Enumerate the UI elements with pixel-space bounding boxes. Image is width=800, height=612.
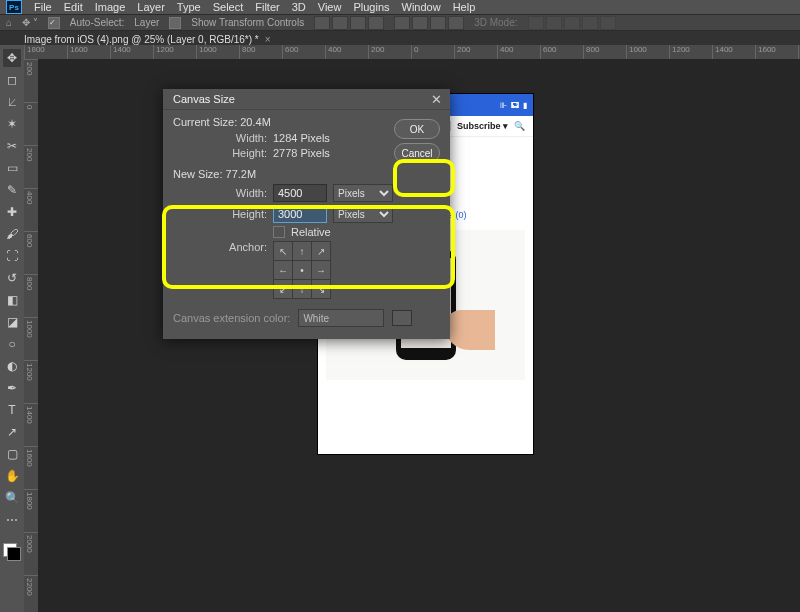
tool-history-brush[interactable]: ↺ bbox=[3, 269, 21, 287]
anchor-ne[interactable]: ↗ bbox=[312, 242, 330, 260]
mode-3d-icon bbox=[546, 16, 562, 30]
hand-graphic bbox=[445, 310, 495, 350]
tool-pen[interactable]: ✒ bbox=[3, 379, 21, 397]
tool-edit-toolbar[interactable]: ⋯ bbox=[3, 511, 21, 529]
align-icon[interactable] bbox=[314, 16, 330, 30]
background-color[interactable] bbox=[7, 547, 21, 561]
height-unit-select[interactable]: Pixels bbox=[333, 205, 393, 223]
tool-wand[interactable]: ✶ bbox=[3, 115, 21, 133]
anchor-center[interactable]: • bbox=[293, 261, 311, 279]
dialog-titlebar: Canvas Size ✕ bbox=[163, 89, 450, 110]
extension-color-swatch[interactable] bbox=[392, 310, 412, 326]
tool-move[interactable]: ✥ bbox=[3, 49, 21, 67]
anchor-nw[interactable]: ↖ bbox=[274, 242, 292, 260]
close-icon[interactable]: × bbox=[265, 34, 271, 45]
auto-select-checkbox[interactable] bbox=[48, 17, 60, 29]
relative-label: Relative bbox=[291, 226, 331, 238]
anchor-label: Anchor: bbox=[173, 241, 267, 253]
move-tool-icon: ✥ ˅ bbox=[22, 17, 38, 28]
tool-blur[interactable]: ○ bbox=[3, 335, 21, 353]
color-swatches[interactable] bbox=[3, 543, 21, 561]
align-icon[interactable] bbox=[332, 16, 348, 30]
show-transform-checkbox[interactable] bbox=[169, 17, 181, 29]
menu-3d[interactable]: 3D bbox=[292, 1, 306, 13]
battery-icon: ▮ bbox=[523, 101, 527, 110]
tool-dodge[interactable]: ◐ bbox=[3, 357, 21, 375]
auto-select-mode[interactable]: Layer bbox=[134, 17, 159, 28]
tool-frame[interactable]: ▭ bbox=[3, 159, 21, 177]
tool-type[interactable]: T bbox=[3, 401, 21, 419]
width-unit-select[interactable]: Pixels bbox=[333, 184, 393, 202]
anchor-sw[interactable]: ↙ bbox=[274, 280, 292, 298]
menu-edit[interactable]: Edit bbox=[64, 1, 83, 13]
mode-3d-group bbox=[528, 16, 616, 30]
signal-icon: ⊪ bbox=[500, 101, 507, 110]
menu-filter[interactable]: Filter bbox=[255, 1, 279, 13]
ruler-horizontal: 1800160014001200100080060040020002004006… bbox=[24, 45, 800, 60]
tool-marquee[interactable]: ◻ bbox=[3, 71, 21, 89]
mode-3d-icon bbox=[600, 16, 616, 30]
tool-brush[interactable]: 🖌 bbox=[3, 225, 21, 243]
tool-stamp[interactable]: ⛶ bbox=[3, 247, 21, 265]
tool-eraser[interactable]: ◧ bbox=[3, 291, 21, 309]
tool-crop[interactable]: ✂ bbox=[3, 137, 21, 155]
document-tab[interactable]: Image from iOS (4).png @ 25% (Layer 0, R… bbox=[24, 34, 271, 45]
mode-3d-icon bbox=[564, 16, 580, 30]
menu-image[interactable]: Image bbox=[95, 1, 126, 13]
new-width-input[interactable] bbox=[273, 184, 327, 202]
tab-title: Image from iOS (4).png @ 25% (Layer 0, R… bbox=[24, 34, 259, 45]
current-width-label: Width: bbox=[173, 132, 267, 144]
tool-hand[interactable]: ✋ bbox=[3, 467, 21, 485]
tool-zoom[interactable]: 🔍 bbox=[3, 489, 21, 507]
distribute-icon[interactable] bbox=[394, 16, 410, 30]
new-size-header: New Size: 77.2M bbox=[173, 168, 440, 180]
extension-color-select[interactable]: White bbox=[298, 309, 384, 327]
subscribe-link: Subscribe ▾ bbox=[457, 121, 508, 131]
close-icon[interactable]: ✕ bbox=[431, 92, 442, 107]
ok-button[interactable]: OK bbox=[394, 119, 440, 139]
menu-layer[interactable]: Layer bbox=[137, 1, 165, 13]
more-options-icon[interactable] bbox=[448, 16, 464, 30]
menu-view[interactable]: View bbox=[318, 1, 342, 13]
tool-gradient[interactable]: ◪ bbox=[3, 313, 21, 331]
anchor-s[interactable]: ↓ bbox=[293, 280, 311, 298]
align-icon[interactable] bbox=[350, 16, 366, 30]
anchor-w[interactable]: ← bbox=[274, 261, 292, 279]
search-icon: 🔍 bbox=[514, 121, 525, 131]
wifi-icon: ⛾ bbox=[511, 101, 519, 110]
ruler-vertical: 2000200400600800100012001400160018002000… bbox=[24, 59, 39, 612]
menu-window[interactable]: Window bbox=[402, 1, 441, 13]
tool-path[interactable]: ↗ bbox=[3, 423, 21, 441]
distribute-icon[interactable] bbox=[412, 16, 428, 30]
menu-file[interactable]: File bbox=[34, 1, 52, 13]
menu-type[interactable]: Type bbox=[177, 1, 201, 13]
relative-checkbox[interactable] bbox=[273, 226, 285, 238]
menu-select[interactable]: Select bbox=[213, 1, 244, 13]
tool-eyedropper[interactable]: ✎ bbox=[3, 181, 21, 199]
cancel-button[interactable]: Cancel bbox=[394, 143, 440, 163]
anchor-se[interactable]: ↘ bbox=[312, 280, 330, 298]
tool-shape[interactable]: ▢ bbox=[3, 445, 21, 463]
menu-bar: Ps File Edit Image Layer Type Select Fil… bbox=[0, 0, 800, 14]
mode-3d-icon bbox=[582, 16, 598, 30]
anchor-grid[interactable]: ↖ ↑ ↗ ← • → ↙ ↓ ↘ bbox=[273, 241, 331, 299]
workspace: ✥ ◻ ⟀ ✶ ✂ ▭ ✎ ✚ 🖌 ⛶ ↺ ◧ ◪ ○ ◐ ✒ T ↗ ▢ ✋ … bbox=[0, 45, 800, 612]
mode-3d-label: 3D Mode: bbox=[474, 17, 517, 28]
canvas-area[interactable]: guide.com ⊪ ⛾ ▮ Subscribe ▾ 🔍 any plant … bbox=[38, 59, 800, 612]
mode-3d-icon bbox=[528, 16, 544, 30]
app-icon: Ps bbox=[6, 0, 22, 14]
distribute-icon[interactable] bbox=[430, 16, 446, 30]
show-transform-label: Show Transform Controls bbox=[191, 17, 304, 28]
menu-help[interactable]: Help bbox=[453, 1, 476, 13]
new-height-label: Height: bbox=[173, 208, 267, 220]
anchor-e[interactable]: → bbox=[312, 261, 330, 279]
align-icon[interactable] bbox=[368, 16, 384, 30]
new-height-input[interactable] bbox=[273, 205, 327, 223]
tool-heal[interactable]: ✚ bbox=[3, 203, 21, 221]
home-icon[interactable]: ⌂ bbox=[6, 17, 12, 28]
menu-plugins[interactable]: Plugins bbox=[353, 1, 389, 13]
tool-lasso[interactable]: ⟀ bbox=[3, 93, 21, 111]
tool-palette: ✥ ◻ ⟀ ✶ ✂ ▭ ✎ ✚ 🖌 ⛶ ↺ ◧ ◪ ○ ◐ ✒ T ↗ ▢ ✋ … bbox=[0, 45, 25, 612]
anchor-n[interactable]: ↑ bbox=[293, 242, 311, 260]
extension-color-label: Canvas extension color: bbox=[173, 312, 290, 324]
